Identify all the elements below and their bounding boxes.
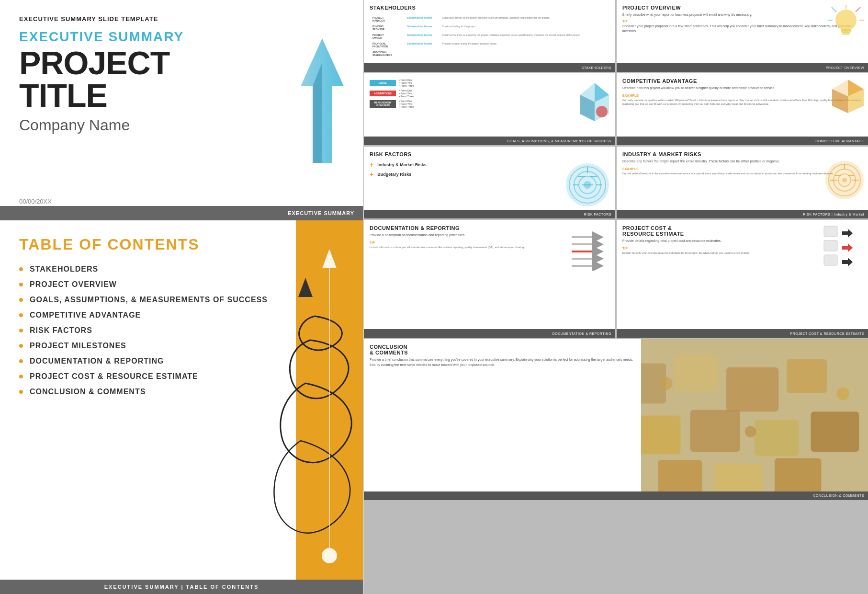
svg-line-7	[856, 7, 860, 12]
assumptions-tag: ASSUMPTIONS	[370, 91, 396, 96]
top-row: EXECUTIVE SUMMARY SLIDE TEMPLATE EXECUTI…	[0, 0, 868, 220]
toc-footer-text: EXECUTIVE SUMMARY | TABLE OF CONTENTS	[104, 584, 259, 590]
svg-line-5	[832, 7, 836, 12]
toc-slide: TABLE OF CONTENTS STAKEHOLDERS PROJECT O…	[0, 220, 364, 594]
date: 00/00/20XX	[19, 188, 344, 205]
toc-bullet-project-overview	[19, 283, 23, 286]
toc-label-project-overview: PROJECT OVERVIEW	[30, 280, 117, 289]
svg-marker-48	[842, 258, 853, 266]
slide-footer: EXECUTIVE SUMMARY	[0, 206, 363, 220]
svg-rect-54	[641, 416, 680, 455]
competitive-decoration	[830, 77, 866, 115]
competitive-advantage-slide: COMPETITIVE ADVANTAGE Describe how this …	[617, 73, 868, 145]
top-slides-grid: STAKEHOLDERS PROJECTMANAGER Stakeholder …	[364, 0, 868, 220]
competitive-example-label: EXAMPLE	[622, 94, 862, 97]
svg-rect-4	[842, 32, 850, 35]
svg-rect-51	[674, 355, 718, 392]
toc-bullet-conclusion	[19, 390, 23, 394]
industry-risks-slide: INDUSTRY & MARKET RISKS Describe any fac…	[617, 147, 868, 218]
svg-point-63	[836, 388, 849, 400]
documentation-footer: DOCUMENTATION & REPORTING	[364, 329, 615, 338]
svg-point-27	[842, 178, 847, 183]
bottom-row: TABLE OF CONTENTS STAKEHOLDERS PROJECT O…	[0, 220, 868, 594]
conclusion-slide: CONCLUSION& COMMENTS Provide a brief con…	[364, 339, 868, 500]
svg-rect-45	[824, 240, 837, 251]
goal-points: • Point One• Point Two• Point Three	[399, 79, 414, 87]
toc-label-risk: RISK FACTORS	[30, 326, 92, 335]
toc-label-project-cost: PROJECT COST & RESOURCE ESTIMATE	[30, 372, 198, 381]
project-cost-slide: PROJECT COST &RESOURCE ESTIMATE Provide …	[617, 220, 868, 338]
documentation-slide: DOCUMENTATION & REPORTING Provide a desc…	[364, 220, 615, 338]
toc-bullet-project-cost	[19, 375, 23, 378]
assumptions-points: • Point One• Point Two• Point Three	[399, 89, 414, 98]
toc-footer: EXECUTIVE SUMMARY | TABLE OF CONTENTS	[0, 580, 363, 594]
industry-footer: RISK FACTORS | Industry & Market	[617, 210, 868, 218]
assumptions-row: ASSUMPTIONS • Point One• Point Two• Poin…	[370, 89, 609, 98]
goals-footer: GOALS, ASSUMPTIONS, & MEASUREMENTS OF SU…	[364, 137, 615, 145]
risk-maze-decoration	[564, 156, 611, 209]
competitive-footer: COMPETITIVE ADVANTAGE	[617, 137, 868, 145]
toc-bullet-stakeholders	[19, 267, 23, 271]
svg-marker-44	[842, 229, 853, 238]
svg-rect-43	[824, 226, 837, 237]
svg-rect-58	[658, 460, 702, 494]
toc-label-stakeholders: STAKEHOLDERS	[30, 265, 98, 274]
toc-bullet-doc-reporting	[19, 359, 23, 363]
conclusion-title: CONCLUSION& COMMENTS	[370, 344, 635, 357]
documentation-arrows-decoration	[569, 228, 612, 271]
stakeholders-slide: STAKEHOLDERS PROJECTMANAGER Stakeholder …	[364, 0, 615, 72]
footer-text: EXECUTIVE SUMMARY	[288, 210, 354, 216]
measurement-points: • Point One• Point Two• Point Three	[399, 100, 414, 108]
toc-label-goals: GOALS, ASSUMPTIONS, & MEASUREMENTS OF SU…	[30, 296, 268, 304]
risk-label-1: Industry & Market Risks	[377, 162, 427, 167]
stakeholders-footer: STAKEHOLDERS	[364, 63, 615, 72]
stakeholders-title: STAKEHOLDERS	[364, 0, 615, 12]
conclusion-image	[641, 339, 868, 500]
arrow-decoration	[286, 24, 358, 129]
svg-rect-52	[726, 367, 778, 411]
bottom-slides-grid: DOCUMENTATION & REPORTING Provide a desc…	[364, 220, 868, 594]
risk-footer: RISK FACTORS	[364, 210, 615, 218]
project-cost-decoration	[823, 225, 866, 268]
overview-footer: PROJECT OVERVIEW	[617, 63, 868, 72]
toc-bullet-competitive	[19, 313, 23, 317]
goal-row: GOAL • Point One• Point Two• Point Three	[370, 79, 609, 87]
svg-point-36	[322, 548, 337, 563]
project-cost-footer: PROJECT COST & RESOURCE ESTIMATE	[617, 329, 868, 338]
goals-decoration	[578, 80, 611, 124]
svg-point-62	[745, 426, 756, 437]
svg-marker-46	[842, 243, 853, 252]
conclusion-footer: CONCLUSION & COMMENTS	[364, 491, 868, 500]
svg-rect-56	[755, 420, 799, 456]
svg-rect-53	[787, 359, 827, 393]
risk-factors-slide: RISK FACTORS + Industry & Market Risks +…	[364, 147, 615, 218]
svg-point-61	[660, 377, 673, 390]
toc-label-competitive: COMPETITIVE ADVANTAGE	[30, 311, 141, 320]
risk-plus-1: +	[370, 161, 373, 169]
goal-tag: GOAL	[370, 80, 396, 86]
template-label: EXECUTIVE SUMMARY SLIDE TEMPLATE	[19, 15, 344, 23]
measurement-row: MEASUREMENTOF SUCCESS • Point One• Point…	[370, 100, 609, 108]
measurement-tag: MEASUREMENTOF SUCCESS	[370, 100, 396, 108]
main-slide: EXECUTIVE SUMMARY SLIDE TEMPLATE EXECUTI…	[0, 0, 364, 220]
risk-label-2: Budgetary Risks	[377, 172, 411, 177]
project-overview-slide: PROJECT OVERVIEW Briefly describe what y…	[617, 0, 868, 72]
stakeholders-table: PROJECTMANAGER Stakeholder Name Continua…	[370, 14, 609, 58]
svg-point-13	[596, 106, 608, 117]
toc-label-doc-reporting: DOCUMENTATION & REPORTING	[30, 357, 164, 366]
svg-rect-3	[841, 29, 851, 33]
svg-point-2	[835, 10, 857, 31]
toc-scribble-panel	[267, 220, 363, 580]
industry-maze-decoration	[823, 154, 866, 202]
conclusion-content: CONCLUSION& COMMENTS Provide a brief con…	[364, 339, 641, 500]
toc-bullet-goals	[19, 298, 23, 302]
svg-rect-55	[690, 410, 740, 452]
risk-plus-2: +	[370, 171, 373, 178]
toc-bullet-risk	[19, 329, 23, 332]
conclusion-body: Provide a brief conclusion that summariz…	[370, 357, 635, 367]
lightbulb-decoration	[827, 5, 865, 43]
svg-rect-60	[775, 458, 821, 495]
svg-rect-47	[824, 255, 837, 265]
goals-slide: GOAL • Point One• Point Two• Point Three…	[364, 73, 615, 145]
toc-label-conclusion: CONCLUSION & COMMENTS	[30, 388, 146, 396]
